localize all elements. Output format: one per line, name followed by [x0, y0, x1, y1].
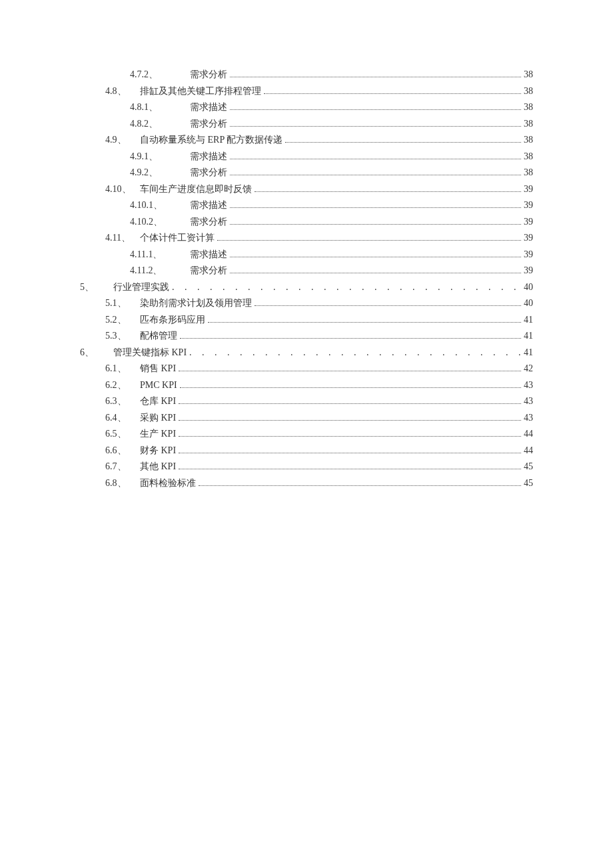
toc-title: 需求描述	[190, 99, 227, 116]
toc-entry: 5.2、匹布条形码应用41	[80, 312, 533, 329]
toc-entry: 5、行业管理实践. . . . . . . . . . . . . . . . …	[80, 279, 533, 296]
toc-title: 财务 KPI	[140, 443, 176, 459]
toc-number: 5.3、	[105, 328, 140, 345]
toc-entry: 4.8、排缸及其他关键工序排程管理38	[80, 83, 533, 100]
toc-page-number: 39	[524, 197, 533, 214]
toc-number: 4.9、	[105, 132, 140, 149]
toc-number: 6.8、	[105, 475, 140, 492]
toc-number: 4.7.2、	[130, 67, 190, 83]
toc-entry: 6.1、销售 KPI42	[80, 361, 533, 377]
toc-page-number: 38	[524, 132, 533, 149]
toc-page-number: 43	[524, 410, 533, 427]
toc-number: 5.1、	[105, 295, 140, 312]
toc-page-number: 44	[524, 443, 533, 459]
toc-leader-dots	[230, 273, 521, 273]
toc-page-number: 40	[524, 279, 533, 296]
toc-entry: 4.8.2、需求分析38	[80, 116, 533, 133]
table-of-contents: 4.7.2、需求分析384.8、排缸及其他关键工序排程管理384.8.1、需求描…	[80, 67, 533, 491]
toc-title: 需求描述	[190, 197, 227, 214]
toc-leader-dots	[180, 338, 521, 339]
toc-title: 个体计件工资计算	[140, 230, 215, 247]
toc-title: 需求分析	[190, 263, 227, 279]
toc-page-number: 38	[524, 67, 533, 83]
toc-leader-dots	[285, 142, 521, 143]
toc-leader-dots	[230, 175, 521, 175]
toc-leader-dots	[230, 224, 521, 225]
toc-leader-dots	[179, 469, 521, 469]
toc-number: 6.2、	[105, 377, 140, 394]
toc-title: 采购 KPI	[140, 410, 176, 427]
toc-number: 4.8、	[105, 83, 140, 100]
toc-page-number: 38	[524, 149, 533, 165]
toc-leader-dots: . . . . . . . . . . . . . . . . . . . . …	[189, 345, 521, 361]
toc-leader-dots	[230, 77, 521, 77]
toc-entry: 4.9、自动称量系统与 ERP 配方数据传递38	[80, 132, 533, 149]
toc-page-number: 39	[524, 214, 533, 231]
toc-title: 需求描述	[190, 149, 227, 165]
toc-entry: 4.10.1、需求描述39	[80, 197, 533, 214]
toc-title: 需求分析	[190, 165, 227, 181]
toc-entry: 6.7、其他 KPI45	[80, 459, 533, 475]
toc-page-number: 43	[524, 377, 533, 394]
toc-entry: 6.4、采购 KPI43	[80, 410, 533, 427]
toc-page-number: 45	[524, 475, 533, 492]
toc-leader-dots	[179, 453, 521, 453]
toc-title: 染助剂需求计划及领用管理	[140, 295, 252, 312]
toc-title: 自动称量系统与 ERP 配方数据传递	[140, 132, 283, 149]
toc-title: 需求分析	[190, 214, 227, 231]
toc-page-number: 43	[524, 393, 533, 410]
toc-number: 5.2、	[105, 312, 140, 329]
toc-title: 匹布条形码应用	[140, 312, 205, 329]
toc-entry: 4.10.2、需求分析39	[80, 214, 533, 231]
toc-page-number: 39	[524, 230, 533, 247]
toc-entry: 6.5、生产 KPI44	[80, 426, 533, 443]
toc-leader-dots	[179, 420, 521, 421]
toc-page-number: 45	[524, 459, 533, 475]
toc-page-number: 38	[524, 83, 533, 100]
toc-entry: 4.9.1、需求描述38	[80, 149, 533, 165]
toc-number: 4.11.1、	[130, 247, 190, 263]
toc-title: 行业管理实践	[113, 279, 169, 296]
toc-entry: 4.11.2、需求分析39	[80, 263, 533, 279]
toc-number: 4.9.1、	[130, 149, 190, 165]
toc-page-number: 39	[524, 181, 533, 198]
toc-number: 4.10.2、	[130, 214, 190, 231]
toc-entry: 4.8.1、需求描述38	[80, 99, 533, 116]
toc-entry: 6、管理关键指标 KPI. . . . . . . . . . . . . . …	[80, 345, 533, 361]
toc-leader-dots	[230, 257, 521, 257]
toc-number: 4.9.2、	[130, 165, 190, 181]
toc-page-number: 39	[524, 263, 533, 279]
toc-number: 4.8.1、	[130, 99, 190, 116]
toc-entry: 4.11.1、需求描述39	[80, 247, 533, 263]
toc-title: 其他 KPI	[140, 459, 176, 475]
toc-title: 排缸及其他关键工序排程管理	[140, 83, 261, 100]
toc-title: PMC KPI	[140, 377, 177, 394]
toc-entry: 4.10、车间生产进度信息即时反馈39	[80, 181, 533, 198]
toc-number: 6.6、	[105, 443, 140, 459]
toc-leader-dots	[179, 371, 521, 371]
toc-leader-dots	[217, 240, 521, 241]
toc-leader-dots	[255, 191, 521, 192]
toc-leader-dots: . . . . . . . . . . . . . . . . . . . . …	[172, 279, 521, 296]
toc-page-number: 40	[524, 295, 533, 312]
toc-number: 6.1、	[105, 361, 140, 377]
toc-entry: 4.7.2、需求分析38	[80, 67, 533, 83]
toc-leader-dots	[230, 126, 521, 127]
toc-entry: 6.2、PMC KPI43	[80, 377, 533, 394]
toc-page-number: 38	[524, 116, 533, 133]
toc-number: 6.7、	[105, 459, 140, 475]
toc-number: 4.11.2、	[130, 263, 190, 279]
toc-title: 生产 KPI	[140, 426, 176, 443]
toc-title: 面料检验标准	[140, 475, 196, 492]
toc-number: 4.8.2、	[130, 116, 190, 133]
toc-leader-dots	[230, 109, 521, 110]
toc-page-number: 41	[524, 328, 533, 345]
toc-number: 5、	[80, 279, 113, 296]
toc-leader-dots	[255, 305, 521, 306]
toc-title: 管理关键指标 KPI	[113, 345, 187, 361]
toc-page-number: 41	[524, 345, 533, 361]
toc-leader-dots	[264, 93, 521, 94]
toc-entry: 5.1、染助剂需求计划及领用管理40	[80, 295, 533, 312]
toc-entry: 5.3、配棉管理41	[80, 328, 533, 345]
toc-number: 4.10、	[105, 181, 140, 198]
